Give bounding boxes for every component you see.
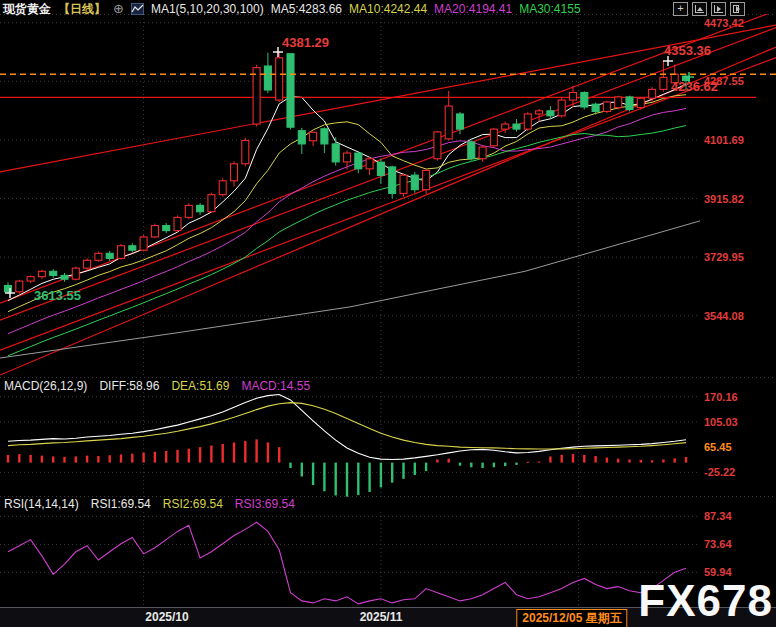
- candle: [468, 142, 475, 159]
- candle: [50, 271, 57, 275]
- candle: [479, 147, 486, 159]
- svg-text:4381.29: 4381.29: [282, 35, 329, 50]
- candle: [197, 205, 204, 211]
- instrument-title: 现货黄金: [3, 1, 51, 18]
- candle: [208, 195, 215, 212]
- candle: [570, 93, 577, 101]
- candle: [242, 140, 249, 163]
- svg-text:4353.36: 4353.36: [664, 43, 711, 58]
- candle: [95, 253, 102, 260]
- candle: [321, 129, 328, 144]
- candle: [490, 129, 497, 146]
- trendlines-layer: [0, 11, 776, 376]
- candle: [140, 237, 147, 250]
- ma20-value: MA20:4194.41: [434, 2, 512, 16]
- candle: [106, 253, 113, 258]
- candle: [185, 205, 192, 217]
- add-icon[interactable]: ⊕: [113, 3, 124, 15]
- candle: [536, 111, 543, 114]
- scale-y-axis-icon[interactable]: [692, 2, 707, 16]
- svg-text:105.03: 105.03: [704, 416, 738, 428]
- candle: [524, 114, 531, 129]
- candle: [344, 153, 351, 162]
- candle: [637, 98, 644, 107]
- candle: [129, 246, 136, 250]
- candle: [592, 104, 599, 111]
- rsi-params: RSI(14,14,14): [4, 497, 79, 511]
- candle: [310, 132, 317, 141]
- candle: [660, 77, 667, 89]
- candle: [151, 226, 158, 237]
- watermark: FX678: [638, 579, 773, 623]
- candle: [219, 181, 226, 195]
- candle: [72, 268, 79, 279]
- candle: [423, 170, 430, 189]
- candle: [445, 106, 452, 139]
- candle: [434, 132, 441, 159]
- svg-text:-25.22: -25.22: [704, 466, 735, 478]
- macd-dea-value: DEA:51.69: [171, 379, 229, 393]
- rsi-header: RSI(14,14,14) RSI1:69.54 RSI2:69.54 RSI3…: [4, 497, 295, 511]
- svg-text:3544.08: 3544.08: [704, 310, 744, 322]
- candle: [253, 68, 260, 124]
- svg-text:3613.55: 3613.55: [34, 288, 81, 303]
- svg-text:3729.95: 3729.95: [704, 251, 744, 263]
- candle: [276, 58, 283, 100]
- period-label: 【日线】: [58, 1, 106, 18]
- arrow-up-glyph: [697, 4, 703, 11]
- rsi1-value: RSI1:69.54: [91, 497, 151, 511]
- candle: [649, 89, 656, 98]
- macd-macd-value: MACD:14.55: [241, 379, 310, 393]
- candle: [400, 175, 407, 193]
- candle: [287, 54, 294, 127]
- svg-text:3915.82: 3915.82: [704, 193, 744, 205]
- exit-chart-icon[interactable]: [730, 2, 745, 16]
- candle: [61, 275, 68, 279]
- rsi-line: [8, 522, 686, 604]
- svg-text:4473.42: 4473.42: [704, 17, 744, 29]
- candle: [389, 167, 396, 193]
- candle: [558, 100, 565, 116]
- macd-header: MACD(26,12,9) DIFF:58.96 DEA:51.69 MACD:…: [4, 379, 310, 393]
- chart-canvas[interactable]: 4473.424287.554101.693915.823729.953544.…: [0, 0, 776, 627]
- candle: [355, 153, 362, 169]
- ma10-value: MA10:4242.44: [349, 2, 427, 16]
- candle: [377, 162, 384, 175]
- rsi3-value: RSI3:69.54: [235, 497, 295, 511]
- candle: [231, 164, 238, 181]
- arrow-right-glyph: [717, 6, 724, 12]
- candle: [174, 217, 181, 230]
- candle: [27, 277, 34, 281]
- time-label-october: 2025/10: [145, 610, 188, 624]
- ma5-line: [8, 84, 686, 301]
- scale-x-axis-icon[interactable]: [711, 2, 726, 16]
- time-label-latest-date: 2025/12/05 星期五: [516, 609, 627, 627]
- ma5-value: MA5:4283.66: [271, 2, 342, 16]
- candle: [626, 97, 633, 110]
- candle: [581, 93, 588, 108]
- candle: [298, 131, 305, 144]
- ma-indicator-icon[interactable]: [131, 3, 144, 15]
- candle: [38, 271, 45, 276]
- candle: [163, 226, 170, 231]
- ma30-value: MA30:4155: [519, 2, 580, 16]
- dif-line: [8, 395, 686, 460]
- svg-text:87.34: 87.34: [704, 510, 732, 522]
- chart-header: 现货黄金 【日线】 ⊕ MA1(5,10,20,30,100) MA5:4283…: [0, 0, 776, 18]
- svg-text:170.16: 170.16: [704, 391, 738, 403]
- candle: [118, 246, 125, 259]
- candle: [547, 111, 554, 116]
- ma20-line: [8, 108, 686, 333]
- candle: [84, 260, 91, 268]
- svg-text:73.64: 73.64: [704, 538, 732, 550]
- candle: [513, 124, 520, 129]
- rsi2-value: RSI2:69.54: [163, 497, 223, 511]
- candle: [603, 102, 610, 111]
- chart-app: 4473.424287.554101.693915.823729.953544.…: [0, 0, 776, 627]
- chart-toolbar: +: [673, 2, 745, 16]
- svg-text:4101.69: 4101.69: [704, 134, 744, 146]
- macd-diff-value: DIFF:58.96: [99, 379, 159, 393]
- move-tool-icon[interactable]: +: [673, 2, 688, 16]
- candle: [16, 281, 23, 292]
- ma100-line: [0, 221, 700, 358]
